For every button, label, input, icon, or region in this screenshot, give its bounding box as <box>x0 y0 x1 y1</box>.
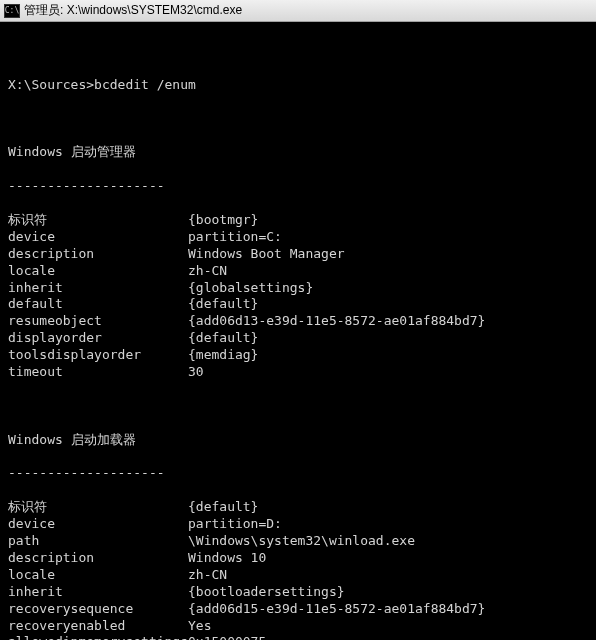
config-row: default{default} <box>8 296 588 313</box>
config-row: localezh-CN <box>8 263 588 280</box>
config-key: 标识符 <box>8 499 188 516</box>
window-titlebar: C:\ 管理员: X:\windows\SYSTEM32\cmd.exe <box>0 0 596 22</box>
config-row: recoverysequence{add06d15-e39d-11e5-8572… <box>8 601 588 618</box>
config-value: partition=C: <box>188 229 282 246</box>
config-key: resumeobject <box>8 313 188 330</box>
config-key: inherit <box>8 584 188 601</box>
config-row: path\Windows\system32\winload.exe <box>8 533 588 550</box>
config-row: allowedinmemorysettings0x15000075 <box>8 634 588 640</box>
config-row: inherit{bootloadersettings} <box>8 584 588 601</box>
prompt-path: X:\Sources> <box>8 77 94 94</box>
config-key: default <box>8 296 188 313</box>
config-value: 30 <box>188 364 204 381</box>
config-value: {add06d15-e39d-11e5-8572-ae01af884bd7} <box>188 601 485 618</box>
config-key: inherit <box>8 280 188 297</box>
config-row: descriptionWindows Boot Manager <box>8 246 588 263</box>
config-value: zh-CN <box>188 567 227 584</box>
config-key: timeout <box>8 364 188 381</box>
config-row: displayorder{default} <box>8 330 588 347</box>
config-value: Yes <box>188 618 211 635</box>
config-value: {default} <box>188 499 258 516</box>
terminal-output[interactable]: X:\Sources>bcdedit /enum Windows 启动管理器 -… <box>0 22 596 640</box>
config-value: {add06d13-e39d-11e5-8572-ae01af884bd7} <box>188 313 485 330</box>
config-value: \Windows\system32\winload.exe <box>188 533 415 550</box>
config-row: recoveryenabledYes <box>8 618 588 635</box>
config-value: 0x15000075 <box>188 634 266 640</box>
config-value: {bootloadersettings} <box>188 584 345 601</box>
config-value: {default} <box>188 330 258 347</box>
config-key: description <box>8 550 188 567</box>
config-key: path <box>8 533 188 550</box>
config-value: {bootmgr} <box>188 212 258 229</box>
config-row: devicepartition=D: <box>8 516 588 533</box>
config-key: locale <box>8 263 188 280</box>
config-value: {globalsettings} <box>188 280 313 297</box>
config-row: localezh-CN <box>8 567 588 584</box>
section-divider: -------------------- <box>8 465 588 482</box>
config-row: resumeobject{add06d13-e39d-11e5-8572-ae0… <box>8 313 588 330</box>
config-row: toolsdisplayorder{memdiag} <box>8 347 588 364</box>
config-key: recoverysequence <box>8 601 188 618</box>
config-row: descriptionWindows 10 <box>8 550 588 567</box>
config-key: device <box>8 229 188 246</box>
config-row: inherit{globalsettings} <box>8 280 588 297</box>
config-key: locale <box>8 567 188 584</box>
config-value: Windows Boot Manager <box>188 246 345 263</box>
config-key: recoveryenabled <box>8 618 188 635</box>
config-row: 标识符{bootmgr} <box>8 212 588 229</box>
config-value: {default} <box>188 296 258 313</box>
config-key: toolsdisplayorder <box>8 347 188 364</box>
cmd-icon: C:\ <box>4 4 20 18</box>
command-text: bcdedit /enum <box>94 77 196 94</box>
config-key: displayorder <box>8 330 188 347</box>
config-key: device <box>8 516 188 533</box>
command-line: X:\Sources>bcdedit /enum <box>8 77 588 94</box>
config-key: 标识符 <box>8 212 188 229</box>
section-title: Windows 启动加载器 <box>8 432 588 449</box>
config-row: timeout30 <box>8 364 588 381</box>
config-row: 标识符{default} <box>8 499 588 516</box>
config-key: description <box>8 246 188 263</box>
window-title: 管理员: X:\windows\SYSTEM32\cmd.exe <box>24 2 242 19</box>
config-value: zh-CN <box>188 263 227 280</box>
config-value: {memdiag} <box>188 347 258 364</box>
config-key: allowedinmemorysettings <box>8 634 188 640</box>
config-value: partition=D: <box>188 516 282 533</box>
config-row: devicepartition=C: <box>8 229 588 246</box>
config-value: Windows 10 <box>188 550 266 567</box>
section-divider: -------------------- <box>8 178 588 195</box>
section-title: Windows 启动管理器 <box>8 144 588 161</box>
